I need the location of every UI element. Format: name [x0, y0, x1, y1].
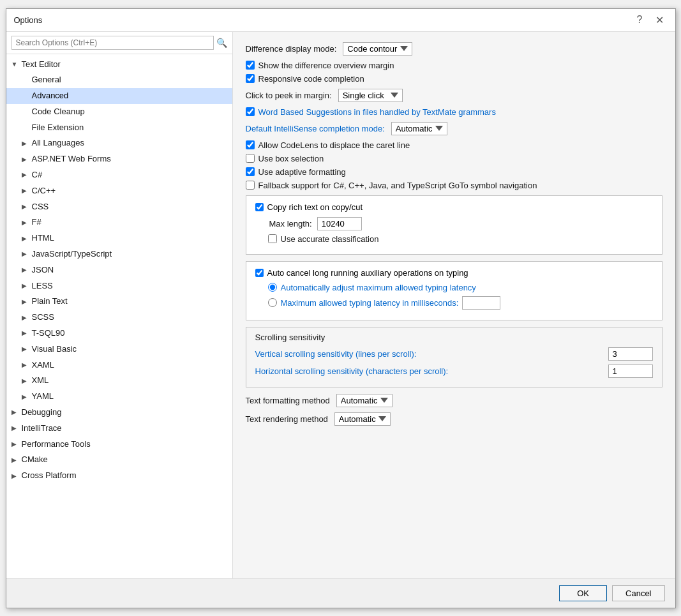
tree-item-xml[interactable]: ▶XML — [6, 373, 232, 389]
tree-label-general: General — [32, 73, 61, 87]
text-formatting-dropdown[interactable]: Automatic Manual — [336, 394, 393, 407]
tree-arrow-aspnet-web-forms: ▶ — [22, 154, 29, 165]
tree-item-scss[interactable]: ▶SCSS — [6, 310, 232, 326]
accurate-classification-checkbox[interactable] — [268, 234, 277, 243]
text-rendering-dropdown[interactable]: Automatic Manual — [334, 412, 391, 426]
tree-item-fsharp[interactable]: ▶F# — [6, 214, 232, 230]
auto-cancel-label[interactable]: Auto cancel long running auxiliary opera… — [267, 268, 468, 278]
word-based-suggestions-label[interactable]: Word Based Suggestions in files handled … — [258, 107, 496, 117]
auto-cancel-title-row: Auto cancel long running auxiliary opera… — [255, 268, 653, 278]
tree-item-code-cleanup[interactable]: Code Cleanup — [6, 104, 232, 120]
box-selection-checkbox[interactable] — [246, 154, 255, 163]
tree-arrow-json: ▶ — [22, 265, 29, 275]
tree-item-aspnet-web-forms[interactable]: ▶ASP.NET Web Forms — [6, 151, 232, 167]
word-based-suggestions-checkbox[interactable] — [246, 107, 255, 116]
tree-item-debugging[interactable]: ▶Debugging — [6, 405, 232, 421]
max-length-input[interactable] — [317, 217, 362, 230]
copy-rich-text-section: Copy rich text on copy/cut Max length: U… — [246, 195, 662, 255]
difference-display-dropdown[interactable]: Code contour None Line Column — [343, 42, 412, 56]
tree-item-plain-text[interactable]: ▶Plain Text — [6, 294, 232, 310]
difference-display-label: Difference display mode: — [246, 44, 337, 54]
titlebar: Options ? ✕ — [6, 9, 675, 32]
tree-item-csharp[interactable]: ▶C# — [6, 167, 232, 183]
tree-item-cross-platform[interactable]: ▶Cross Platform — [6, 468, 232, 484]
horizontal-scroll-input[interactable] — [608, 364, 653, 378]
copy-rich-text-checkbox[interactable] — [255, 203, 264, 211]
responsive-code-checkbox[interactable] — [246, 74, 255, 83]
show-difference-checkbox[interactable] — [246, 61, 255, 70]
tree-arrow-intellitrace: ▶ — [11, 423, 19, 433]
tree-item-performance-tools[interactable]: ▶Performance Tools — [6, 437, 232, 453]
cancel-button[interactable]: Cancel — [612, 585, 664, 601]
tree-arrow-all-languages: ▶ — [22, 139, 29, 149]
adaptive-formatting-checkbox[interactable] — [246, 167, 255, 176]
show-difference-label[interactable]: Show the difference overview margin — [258, 61, 394, 70]
tree-arrow-tsql90: ▶ — [22, 328, 29, 338]
tree-item-text-editor[interactable]: ▼Text Editor — [6, 57, 232, 73]
tree-item-intellitrace[interactable]: ▶IntelliTrace — [6, 421, 232, 437]
box-selection-row: Use box selection — [246, 154, 662, 163]
auto-adjust-label[interactable]: Automatically adjust maximum allowed typ… — [281, 283, 476, 292]
max-latency-input[interactable] — [462, 296, 500, 310]
box-selection-label[interactable]: Use box selection — [258, 154, 324, 163]
click-to-peek-label: Click to peek in margin: — [246, 91, 332, 100]
tree-item-cpp[interactable]: ▶C/C++ — [6, 183, 232, 199]
tree-label-javascript-typescript: JavaScript/TypeScript — [32, 248, 112, 261]
adaptive-formatting-label[interactable]: Use adaptive formatting — [258, 167, 346, 177]
tree-label-plain-text: Plain Text — [32, 295, 68, 308]
allow-codelens-label[interactable]: Allow CodeLens to displace the caret lin… — [258, 140, 410, 150]
main-content: 🔍 ▼Text EditorGeneralAdvancedCode Cleanu… — [6, 32, 675, 578]
responsive-code-label[interactable]: Responsive code completion — [258, 74, 364, 84]
dialog-title: Options — [14, 15, 43, 25]
tree-item-general[interactable]: General — [6, 72, 232, 88]
help-button[interactable]: ? — [633, 13, 647, 27]
max-length-label: Max length: — [269, 219, 312, 229]
max-length-row: Max length: — [255, 217, 653, 230]
intellisense-dropdown[interactable]: Automatic Manual — [391, 122, 447, 135]
auto-adjust-radio-row: Automatically adjust maximum allowed typ… — [255, 283, 653, 292]
text-rendering-row: Text rendering method Automatic Manual — [246, 412, 662, 426]
search-input[interactable] — [11, 36, 214, 50]
horizontal-scroll-label: Horizontal scrolling sensitivity (charac… — [255, 366, 603, 376]
tree-item-xaml[interactable]: ▶XAML — [6, 357, 232, 373]
close-button[interactable]: ✕ — [652, 13, 668, 27]
tree-label-all-languages: All Languages — [32, 137, 84, 150]
ok-button[interactable]: OK — [559, 585, 607, 601]
intellisense-label: Default IntelliSense completion mode: — [246, 124, 385, 133]
tree-label-cpp: C/C++ — [32, 184, 56, 198]
tree-arrow-css: ▶ — [22, 202, 29, 212]
accurate-classification-label[interactable]: Use accurate classification — [281, 234, 379, 244]
search-button[interactable]: 🔍 — [216, 38, 227, 48]
tree-item-cmake[interactable]: ▶CMake — [6, 452, 232, 468]
tree-item-json[interactable]: ▶JSON — [6, 262, 232, 278]
show-difference-row: Show the difference overview margin — [246, 61, 662, 70]
tree-arrow-yaml: ▶ — [22, 392, 29, 402]
tree-item-tsql90[interactable]: ▶T-SQL90 — [6, 326, 232, 342]
tree-arrow-fsharp: ▶ — [22, 218, 29, 228]
tree-item-advanced[interactable]: Advanced — [6, 88, 232, 104]
max-latency-label[interactable]: Maximum allowed typing latency in millis… — [281, 298, 459, 308]
max-latency-radio[interactable] — [268, 298, 277, 307]
tree-item-css[interactable]: ▶CSS — [6, 199, 232, 215]
tree-arrow-javascript-typescript: ▶ — [22, 249, 29, 259]
tree-item-file-extension[interactable]: File Extension — [6, 120, 232, 136]
vertical-scroll-input[interactable] — [608, 347, 653, 361]
auto-adjust-radio[interactable] — [268, 283, 277, 292]
tree-item-visual-basic[interactable]: ▶Visual Basic — [6, 342, 232, 357]
tree-item-all-languages[interactable]: ▶All Languages — [6, 135, 232, 151]
search-box: 🔍 — [6, 32, 232, 54]
allow-codelens-checkbox[interactable] — [246, 140, 255, 149]
tree-label-xaml: XAML — [32, 359, 54, 372]
horizontal-scroll-row: Horizontal scrolling sensitivity (charac… — [255, 364, 653, 378]
fallback-support-label[interactable]: Fallback support for C#, C++, Java, and … — [258, 181, 537, 190]
click-to-peek-dropdown[interactable]: Single click Double click — [338, 89, 403, 102]
tree-item-html[interactable]: ▶HTML — [6, 230, 232, 246]
tree-label-aspnet-web-forms: ASP.NET Web Forms — [32, 153, 111, 166]
tree-item-less[interactable]: ▶LESS — [6, 278, 232, 294]
copy-rich-text-label[interactable]: Copy rich text on copy/cut — [267, 202, 363, 212]
fallback-support-checkbox[interactable] — [246, 181, 255, 190]
auto-cancel-checkbox[interactable] — [255, 269, 264, 277]
tree-item-yaml[interactable]: ▶YAML — [6, 389, 232, 405]
titlebar-controls: ? ✕ — [633, 13, 668, 27]
tree-item-javascript-typescript[interactable]: ▶JavaScript/TypeScript — [6, 246, 232, 262]
